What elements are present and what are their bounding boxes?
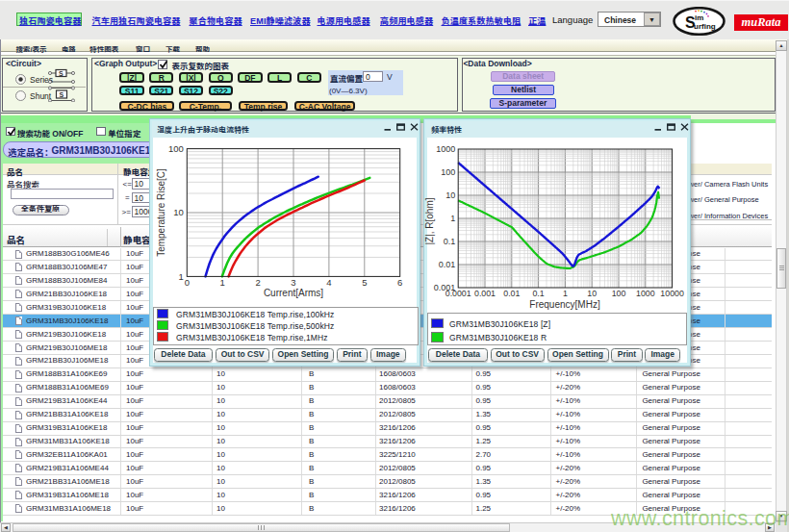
svg-text:10000: 10000	[661, 289, 685, 298]
svg-text:1: 1	[220, 277, 225, 288]
svg-text:5: 5	[362, 277, 367, 288]
svg-text:10: 10	[588, 289, 598, 298]
svg-text:S: S	[60, 91, 64, 98]
svg-text:urfing: urfing	[694, 22, 716, 31]
svg-text:S: S	[59, 70, 64, 77]
svg-text:0.1: 0.1	[533, 289, 545, 298]
svg-text:10: 10	[445, 190, 455, 200]
svg-text:1: 1	[179, 271, 184, 282]
svg-text:0: 0	[185, 277, 190, 288]
svg-text:6: 6	[397, 277, 402, 288]
svg-text:100: 100	[441, 167, 455, 177]
svg-text:Frequency[MHz]: Frequency[MHz]	[530, 299, 601, 310]
svg-text:Temperature Rise[C]: Temperature Rise[C]	[156, 168, 166, 257]
svg-text:1: 1	[563, 289, 568, 298]
svg-text:100: 100	[168, 143, 184, 154]
svg-text:|Z|, R[ohm]: |Z|, R[ohm]	[424, 197, 435, 244]
svg-text:im: im	[695, 13, 703, 22]
svg-text:0.01: 0.01	[439, 260, 456, 269]
svg-text:1000: 1000	[636, 289, 655, 298]
svg-text:0.0001: 0.0001	[445, 289, 471, 298]
svg-text:1: 1	[450, 214, 455, 223]
svg-text:0.01: 0.01	[504, 289, 521, 298]
svg-text:4: 4	[326, 277, 331, 288]
svg-text:0.1: 0.1	[444, 237, 456, 246]
svg-text:1000: 1000	[436, 144, 455, 154]
svg-text:Current[Arms]: Current[Arms]	[264, 288, 323, 298]
svg-text:3: 3	[291, 277, 295, 288]
svg-text:100: 100	[612, 289, 626, 298]
svg-text:10: 10	[173, 207, 184, 217]
svg-text:2: 2	[255, 277, 260, 288]
svg-text:0.001: 0.001	[474, 289, 496, 298]
